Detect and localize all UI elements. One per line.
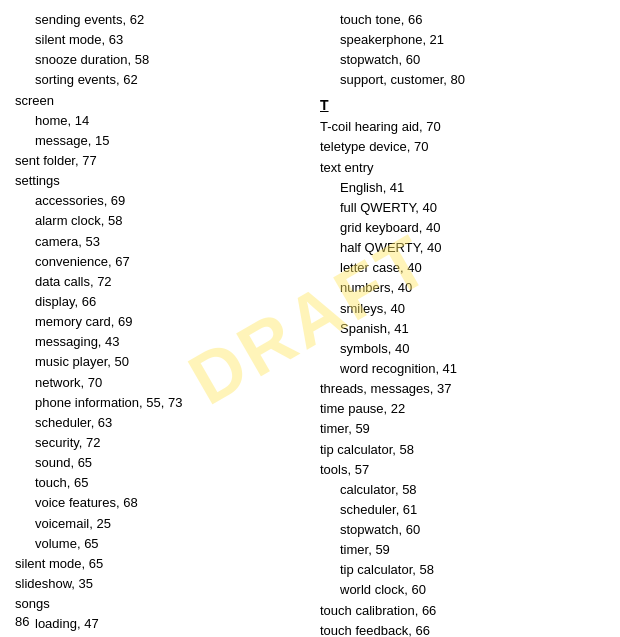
- list-item: touch tone, 66: [340, 10, 605, 30]
- list-item: sending events, 62: [35, 10, 300, 30]
- list-item: security, 72: [35, 433, 300, 453]
- list-item: smileys, 40: [340, 299, 605, 319]
- section-header: T: [320, 95, 605, 117]
- list-item: messaging, 43: [35, 332, 300, 352]
- list-item: touch, 65: [35, 473, 300, 493]
- list-item: word recognition, 41: [340, 359, 605, 379]
- list-item: camera, 53: [35, 232, 300, 252]
- list-item: network, 70: [35, 373, 300, 393]
- list-item: accessories, 69: [35, 191, 300, 211]
- list-item: voicemail, 25: [35, 514, 300, 534]
- list-item: settings: [15, 171, 300, 191]
- list-item: speakerphone, 21: [340, 30, 605, 50]
- list-item: sound, 65: [35, 453, 300, 473]
- list-item: screen: [15, 91, 300, 111]
- list-item: scheduler, 63: [35, 413, 300, 433]
- list-item: grid keyboard, 40: [340, 218, 605, 238]
- list-item: silent mode, 63: [35, 30, 300, 50]
- list-item: loading, 47: [35, 614, 300, 634]
- list-item: scheduler, 61: [340, 500, 605, 520]
- list-item: touch feedback, 66: [320, 621, 605, 637]
- page-container: DRAFT sending events, 62silent mode, 63s…: [0, 0, 620, 637]
- list-item: slideshow, 35: [15, 574, 300, 594]
- list-item: memory card, 69: [35, 312, 300, 332]
- list-item: music player, 50: [35, 352, 300, 372]
- list-item: time pause, 22: [320, 399, 605, 419]
- list-item: volume, 65: [35, 534, 300, 554]
- list-item: snooze duration, 58: [35, 50, 300, 70]
- list-item: touch calibration, 66: [320, 601, 605, 621]
- page-number: 86: [15, 614, 29, 629]
- list-item: text entry: [320, 158, 605, 178]
- left-column: sending events, 62silent mode, 63snooze …: [15, 10, 310, 627]
- right-column: touch tone, 66speakerphone, 21stopwatch,…: [310, 10, 605, 627]
- list-item: English, 41: [340, 178, 605, 198]
- list-item: tools, 57: [320, 460, 605, 480]
- list-item: display, 66: [35, 292, 300, 312]
- list-item: full QWERTY, 40: [340, 198, 605, 218]
- list-item: message, 15: [35, 131, 300, 151]
- list-item: threads, messages, 37: [320, 379, 605, 399]
- list-item: home, 14: [35, 111, 300, 131]
- list-item: timer, 59: [340, 540, 605, 560]
- list-item: stopwatch, 60: [340, 50, 605, 70]
- list-item: phone information, 55, 73: [35, 393, 300, 413]
- list-item: sorting events, 62: [35, 70, 300, 90]
- list-item: timer, 59: [320, 419, 605, 439]
- list-item: sent folder, 77: [15, 151, 300, 171]
- list-item: tip calculator, 58: [340, 560, 605, 580]
- list-item: symbols, 40: [340, 339, 605, 359]
- list-item: teletype device, 70: [320, 137, 605, 157]
- list-item: T-coil hearing aid, 70: [320, 117, 605, 137]
- list-item: numbers, 40: [340, 278, 605, 298]
- list-item: songs: [15, 594, 300, 614]
- list-item: calculator, 58: [340, 480, 605, 500]
- list-item: convenience, 67: [35, 252, 300, 272]
- list-item: world clock, 60: [340, 580, 605, 600]
- list-item: tip calculator, 58: [320, 440, 605, 460]
- list-item: voice features, 68: [35, 493, 300, 513]
- list-item: support, customer, 80: [340, 70, 605, 90]
- list-item: silent mode, 65: [15, 554, 300, 574]
- list-item: Spanish, 41: [340, 319, 605, 339]
- list-item: data calls, 72: [35, 272, 300, 292]
- list-item: half QWERTY, 40: [340, 238, 605, 258]
- list-item: alarm clock, 58: [35, 211, 300, 231]
- list-item: letter case, 40: [340, 258, 605, 278]
- list-item: stopwatch, 60: [340, 520, 605, 540]
